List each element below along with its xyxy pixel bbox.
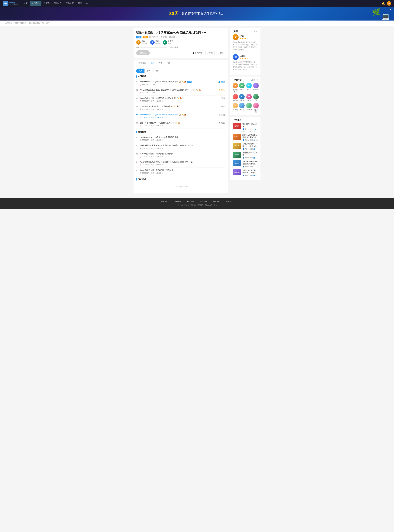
progress-row: 0% 已学习0课时	[136, 46, 225, 49]
nav-open[interactable]: 公开课	[42, 1, 52, 6]
classmate-8[interactable]: B Bill	[253, 94, 259, 102]
lesson-item: 05 从Java后端到全栈，高级电商全栈系统大课 ⏰ 2020/02/26 周四…	[136, 168, 225, 176]
copy-icon-03[interactable]: 📋	[174, 97, 176, 99]
lesson-03-time: 2020/02/27 周三 10:00-11:00	[142, 100, 163, 102]
btn-collect[interactable]: ☆ 收藏	[205, 51, 215, 55]
lesson-item: 03 从Java后端到全栈，高级电商全栈系统大课 📋 ✏️ 📤 ⏰ 2020/0…	[136, 95, 225, 104]
share-icon-03[interactable]: 📤	[180, 97, 182, 99]
nav-qa[interactable]: 问答社区	[64, 1, 76, 6]
rec-4-teacher: 凌渊	[250, 157, 253, 159]
classmate-6-name: 1567**	[239, 100, 244, 102]
copy-icon[interactable]: 📋	[179, 80, 181, 83]
lesson-01-status[interactable]: 📊 直播中	[218, 81, 225, 83]
sub-tab-replay[interactable]: 录播	[145, 68, 153, 73]
nav-right: 🔔 用	[382, 1, 391, 6]
breadcrumb-discover[interactable]: 发现课程	[5, 22, 12, 24]
rec-item-2[interactable]: 玩转Java 玩转Java开发工具，精通JUC,成为开发多面手 👤 讲师： 王峰…	[233, 134, 258, 141]
copy-icon-02[interactable]: 📋	[193, 89, 195, 91]
footer-partner[interactable]: 合作伙伴	[200, 200, 207, 203]
share-icon-01[interactable]: 📤	[184, 80, 186, 83]
lesson-01-title[interactable]: Vue Element+Node.js开发企业通用管理后台系统	[140, 80, 178, 83]
copy-icon-05[interactable]: 📋	[179, 113, 181, 116]
lesson-06-title[interactable]: 跟随千万级项目从0到100全过程高效成长	[140, 122, 172, 124]
nav-more[interactable]: ···	[84, 1, 90, 6]
edit-icon-03[interactable]: ✏️	[177, 97, 179, 99]
lesson-03-title[interactable]: 从Java后端到全栈，高级电商全栈系统大课	[140, 97, 173, 99]
recommended-title: 推荐课程	[234, 119, 241, 121]
lesson-02-title[interactable]: Vue全家桶实战 从零独立开发企业级小米电商系统(免费升级Vue3.0)	[140, 89, 193, 91]
teacher-1[interactable]: 罗 罗静 ★★★★☆ 国内某重点大学安全工程专业硕士，国家一级注册消防工程师、注…	[233, 34, 258, 51]
share-icon-02[interactable]: 📤	[199, 89, 201, 91]
classmate-12[interactable]: q qq_天蓬	[253, 103, 259, 113]
material-badge[interactable]: 资料	[187, 81, 192, 83]
btn-bought[interactable]: 已购买	[136, 50, 150, 55]
copy-icon-04[interactable]: 📋	[171, 105, 173, 108]
classmate-1[interactable]: 化 化学教书...	[233, 83, 238, 93]
edit-icon-05[interactable]: ✏️	[181, 113, 184, 116]
edit-icon[interactable]: ✏️	[181, 80, 184, 83]
rec-item-5[interactable]: Vue开发 Vue Element+Node.js开发企业通用管理后台系统 👤 …	[233, 160, 258, 168]
nav-discover[interactable]: 发现课程	[30, 1, 41, 6]
footer-agent[interactable]: 加盟代理	[174, 200, 181, 203]
recommended-card: 推荐课程 高级电商 高级电商全线系统大课 👤 讲师： 张小锋 👥 34 玩转Ja…	[230, 117, 260, 180]
btn-phone[interactable]: 📱 手机观看	[190, 51, 204, 55]
footer-disclaimer[interactable]: 免责声明	[213, 200, 220, 203]
btn-share[interactable]: ↗ 分享	[216, 51, 225, 55]
footer-jobs[interactable]: 招贤纳士	[226, 200, 233, 203]
lesson-06-status[interactable]: 查看回放	[219, 122, 225, 124]
lesson-04-title[interactable]: Java项目面试实操 提升大厂面试成功率	[140, 105, 171, 108]
instructor-2-name: 凌荷	[156, 40, 160, 42]
classmate-11[interactable]: S Summers	[246, 103, 252, 113]
sub-tab-offline[interactable]: 面授	[153, 68, 161, 73]
instructor-3[interactable]: 青 青青平 助教	[163, 40, 173, 45]
close-icon[interactable]: ×	[390, 8, 391, 11]
tab-intro[interactable]: 课程介绍	[136, 60, 148, 66]
rec-item-4[interactable]: 高级电商 高级电商全线系统大课 👤 讲师： 凌渊 👥 46	[233, 152, 258, 159]
bell-icon[interactable]: 🔔	[382, 2, 385, 5]
rec-item-3[interactable]: 前端全栈 前端全栈加强版！前端全栈+全周期+多组应用 👤 讲师： 佐田 👥 56	[233, 143, 258, 150]
instructor-1[interactable]: 罗 罗静 主讲老师	[136, 40, 147, 45]
lesson-04-status: 已结束	[221, 105, 225, 108]
copy-icon-06[interactable]: 📋	[172, 122, 175, 124]
lesson-num: 03	[136, 97, 140, 99]
classmate-3[interactable]: 张 张小田	[246, 83, 252, 93]
edit-icon-02[interactable]: ✏️	[196, 89, 198, 91]
classmate-9[interactable]: 小 小熊熊	[233, 103, 238, 113]
tab-catalog[interactable]: 目录	[148, 60, 156, 66]
share-icon-06[interactable]: 📤	[178, 122, 180, 124]
banner-decoration: 🌿	[372, 8, 380, 16]
section-title-upcoming: 后续直播	[138, 131, 146, 133]
teacher-2[interactable]: 宋 宋利坚 ★★★★☆ 国内某重点大学安全工程专业硕士，国家一级注册消防工程师、…	[233, 54, 258, 71]
footer-sitemap[interactable]: 网站地图	[187, 200, 194, 203]
tab-qa[interactable]: 问答	[165, 60, 173, 66]
teachers-nav[interactable]: 1/10 ›	[254, 30, 258, 32]
sub-tab-live[interactable]: 直播	[136, 68, 145, 73]
rec-item-6[interactable]: 玩转Java 玩转Java开发工具，精通JUC，成为开发多面手 👤 讲师： 佐田…	[233, 169, 258, 177]
classmate-5[interactable]: 17 1767**	[233, 94, 238, 102]
rec-3-teacher: 佐田	[250, 148, 253, 150]
classmate-4[interactable]: C Charles	[253, 83, 259, 93]
tab-comment[interactable]: 评论	[156, 60, 165, 66]
nav-questions[interactable]: 题库	[76, 1, 84, 6]
instructor-2[interactable]: 凌 凌荷 班主任	[150, 40, 160, 45]
classmate-2[interactable]: 15 1567**	[239, 83, 245, 93]
classmate-7[interactable]: 18 1867**	[246, 94, 252, 102]
edit-icon-04[interactable]: ✏️	[174, 105, 176, 108]
lesson-05-status[interactable]: 查看回放	[219, 114, 225, 116]
section-title-history: 历史回顾	[138, 178, 146, 181]
rec-item-1[interactable]: 高级电商 高级电商全线系统大课 👤 讲师： 张小锋 👥 34	[233, 123, 258, 132]
classmate-6[interactable]: 15 1567**	[239, 94, 245, 102]
share-icon-04[interactable]: 📤	[176, 105, 179, 108]
logo[interactable]: 云朵 云朵课堂 yunduotang.com	[3, 1, 18, 6]
footer-about[interactable]: 关于我们	[161, 200, 168, 203]
refresh-icon[interactable]: 🔄 换一换	[251, 79, 258, 81]
lesson-item: 01 Vue Element+Node.js开发企业通用管理后台系统 📋 ✏️ …	[136, 79, 225, 87]
edit-icon-06[interactable]: ✏️	[175, 122, 177, 124]
nav-home[interactable]: 首页	[22, 1, 29, 6]
breadcrumb-series[interactable]: 新媒体营销系列	[15, 22, 26, 24]
classmate-10[interactable]: 大 大笨猫	[239, 103, 245, 113]
avatar[interactable]: 用	[387, 1, 391, 6]
share-icon-05[interactable]: 📤	[184, 113, 186, 116]
lesson-05-title[interactable]: Vue Element+Node.js开发企业通用管理后台系统	[140, 113, 178, 116]
nav-news[interactable]: 新闻资讯	[52, 1, 64, 6]
